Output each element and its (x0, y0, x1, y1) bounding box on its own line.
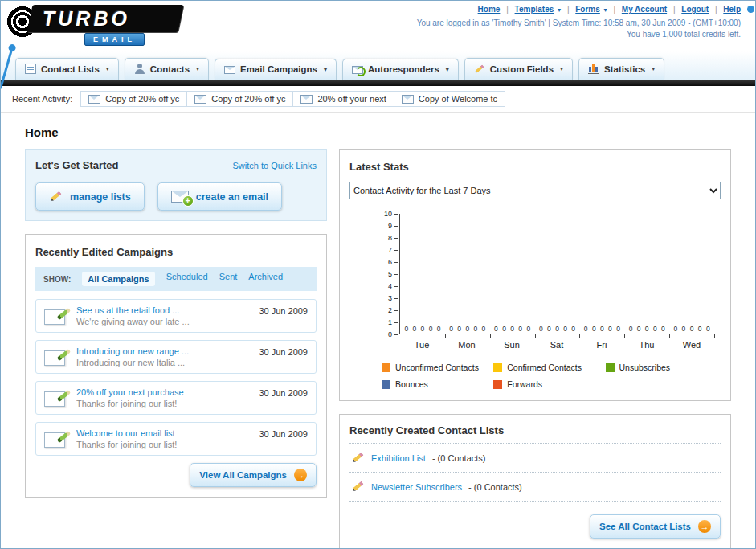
chart-x-axis: TueMonSunSatFriThuWed (399, 340, 714, 350)
top-nav-item: My Account (622, 5, 681, 14)
top-nav-item: Templates (515, 5, 576, 14)
statistics-icon (588, 64, 599, 74)
axis-y-tick: 3 (388, 294, 398, 302)
envelope-icon (402, 95, 414, 104)
chevron-down-icon (196, 65, 199, 72)
legend-item: Confirmed Contacts (493, 363, 605, 372)
recent-activity-label: Copy of 20% off yc (211, 94, 285, 104)
create-email-button[interactable]: create an email (157, 182, 282, 211)
get-started-title: Let's Get Started (35, 159, 119, 171)
recent-activity-item[interactable]: Copy of 20% off yc (187, 91, 293, 107)
axis-y-tick: 9 (388, 222, 398, 230)
legend-swatch (382, 363, 390, 372)
recent-activity-label: 20% off your next (317, 94, 386, 104)
top-nav-link[interactable]: Home (478, 5, 501, 14)
nav-tab[interactable]: Email Campaigns (215, 59, 337, 80)
axis-y-tick: 1 (388, 318, 398, 326)
legend-swatch (606, 363, 615, 372)
campaign-title-link[interactable]: Welcome to our email list (76, 428, 177, 438)
separator (567, 5, 570, 14)
legend-item: Forwards (493, 379, 605, 389)
logo: TURBO EMAIL (6, 2, 198, 46)
top-nav-link[interactable]: Help (723, 5, 741, 14)
manage-lists-label: manage lists (70, 191, 131, 203)
nav-tab[interactable]: Autoresponders (342, 59, 459, 80)
legend-label: Unsubscribes (619, 363, 671, 372)
axis-day-label: Mon (444, 340, 489, 350)
campaign-texts: 20% off your next purchase Thanks for jo… (76, 387, 184, 408)
decor-dot-icon (747, 6, 754, 13)
chevron-down-icon (446, 66, 449, 73)
campaign-date: 30 Jun 2009 (259, 346, 308, 357)
pencil-icon (351, 480, 365, 494)
campaign-filter-link[interactable]: All Campaigns (82, 272, 154, 286)
axis-y-tick: 8 (388, 234, 398, 242)
legend-swatch (493, 363, 502, 372)
top-nav-link[interactable]: My Account (622, 5, 667, 14)
campaign-row: Introducing our new range ... Introducin… (35, 340, 317, 374)
campaign-title-link[interactable]: See us at the retail food ... (76, 305, 190, 315)
axis-day-label: Tue (399, 340, 444, 350)
nav-tab[interactable]: Statistics (578, 58, 664, 80)
legend-item: Bounces (382, 379, 493, 389)
see-all-contact-lists-label: See All Contact Lists (599, 522, 691, 531)
contact-list-link[interactable]: Newsletter Subscribers (371, 482, 462, 492)
header: TURBO EMAIL Home Templates Forms My Acco… (1, 1, 755, 51)
chart-group: 0 0 0 0 0 (445, 214, 490, 334)
axis-day-label: Fri (579, 340, 624, 350)
axis-y-tick: 2 (388, 306, 398, 314)
nav-tab[interactable]: Contact Lists (15, 58, 119, 80)
nav-tab-label: Email Campaigns (240, 64, 317, 74)
chart-y-axis: 109876543210 (349, 214, 398, 334)
top-nav-item: Logout (681, 5, 723, 14)
top-nav-item: Home (478, 5, 515, 14)
campaign-filter-link[interactable]: Scheduled (166, 272, 208, 286)
see-all-contact-lists-button[interactable]: See All Contact Lists (590, 514, 721, 539)
campaign-filter-link[interactable]: Sent (219, 272, 238, 286)
header-right: Home Templates Forms My Account Logout H… (417, 5, 741, 39)
chart-values: 0 0 0 0 0 (400, 325, 445, 333)
chart-values: 0 0 0 0 0 (579, 325, 624, 333)
axis-day-label: Sun (489, 340, 534, 350)
recent-activity-bar: Recent Activity: Copy of 20% off yc Copy… (1, 86, 755, 113)
top-nav-link[interactable]: Logout (681, 5, 709, 14)
chart-groups: 0 0 0 0 00 0 0 0 00 0 0 0 00 0 0 0 00 0 … (400, 214, 714, 334)
top-nav-item: Help (723, 5, 741, 14)
top-nav-link[interactable]: Forms (575, 5, 600, 14)
campaign-filter-link[interactable]: Archived (248, 272, 283, 286)
contact-list-item: Exhibition List - (0 Contacts) (349, 443, 721, 473)
top-nav-link[interactable]: Templates (515, 5, 554, 14)
arrow-right-icon (698, 520, 711, 533)
nav-divider-bar (1, 80, 755, 86)
pencil-icon (351, 451, 365, 465)
campaign-list: See us at the retail food ... We're givi… (35, 299, 317, 456)
contact-list-link[interactable]: Exhibition List (371, 453, 426, 463)
logo-text: TURBO (43, 7, 130, 31)
nav-tab-label: Autoresponders (368, 64, 439, 74)
separator (506, 5, 509, 14)
chevron-down-icon (324, 66, 327, 73)
stats-range-select[interactable]: Contact Activity for the Last 7 Days (349, 182, 721, 199)
view-all-campaigns-button[interactable]: View All Campaigns (190, 463, 317, 487)
campaign-title-link[interactable]: Introducing our new range ... (76, 346, 189, 356)
recent-activity-item[interactable]: Copy of Welcome tc (394, 91, 505, 107)
chart-group: 0 0 0 0 0 (490, 214, 535, 334)
chevron-down-icon (560, 65, 563, 72)
pencil-icon (49, 190, 63, 203)
custom-fields-icon (474, 64, 485, 74)
axis-day-label: Wed (669, 340, 714, 350)
recent-activity-item[interactable]: Copy of 20% off yc (80, 91, 187, 107)
main-content: Home Let's Get Started Switch to Quick L… (1, 113, 755, 549)
contact-list-item: Newsletter Subscribers - (0 Contacts) (349, 473, 721, 502)
nav-tab[interactable]: Contacts (125, 58, 209, 80)
chart-group: 0 0 0 0 0 (669, 214, 714, 334)
recent-activity-item[interactable]: 20% off your next (293, 91, 394, 107)
legend-label: Forwards (507, 379, 542, 389)
manage-lists-button[interactable]: manage lists (35, 182, 145, 211)
switch-quick-links-link[interactable]: Switch to Quick Links (232, 161, 317, 170)
axis-y-tick: 10 (384, 210, 398, 218)
campaign-title-link[interactable]: 20% off your next purchase (76, 387, 184, 397)
campaign-row: 20% off your next purchase Thanks for jo… (35, 381, 317, 415)
nav-tab[interactable]: Custom Fields (464, 58, 573, 80)
legend-item: Unconfirmed Contacts (382, 363, 493, 372)
